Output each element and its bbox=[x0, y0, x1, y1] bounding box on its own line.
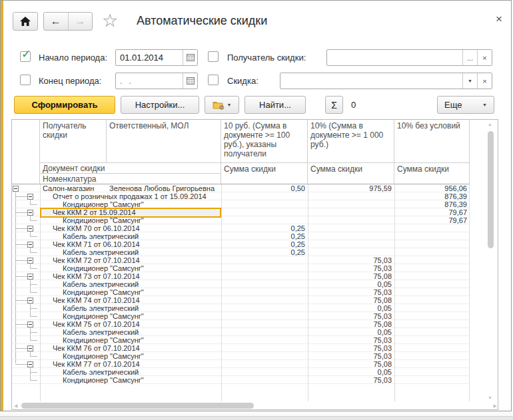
cell-10pct: 75,03 bbox=[308, 312, 394, 320]
collapse-icon[interactable] bbox=[27, 210, 33, 216]
vertical-scrollbar[interactable]: ▲ ▼ bbox=[486, 122, 496, 400]
tree-line bbox=[15, 228, 27, 229]
sum-value: 0 bbox=[351, 100, 356, 110]
row-label: Чек ККМ 76 от 07.10.2014 bbox=[53, 344, 221, 352]
cell-10rub: 0,25 bbox=[221, 248, 308, 256]
header-10pct[interactable]: 10% (Сумма в документе >= 1 000 руб.) bbox=[308, 120, 394, 163]
end-period-checkbox[interactable]: ✓ bbox=[20, 75, 31, 85]
calendar-icon[interactable] bbox=[183, 73, 197, 89]
generate-button[interactable]: Сформировать bbox=[14, 96, 115, 114]
collapse-icon[interactable] bbox=[27, 242, 33, 248]
tree-line bbox=[30, 220, 37, 221]
cell-10pct: 75,03 bbox=[308, 336, 394, 344]
table-row[interactable]: Чек ККМ 74 от 07.10.201475,08 bbox=[12, 296, 470, 304]
tree-line bbox=[30, 340, 37, 341]
horizontal-scrollbar-thumb[interactable] bbox=[21, 403, 254, 409]
end-period-input[interactable] bbox=[116, 73, 183, 89]
favorite-star-icon[interactable]: ☆ bbox=[102, 10, 118, 31]
table-row[interactable]: Кабель электрический0,05 bbox=[12, 368, 470, 376]
header-nomenclature[interactable]: Номенклатура bbox=[40, 174, 221, 184]
table-row[interactable]: Кондиционер "Самсунг"75,03 bbox=[12, 288, 470, 296]
table-row[interactable]: Чек ККМ 71 от 06.10.20140,25 bbox=[12, 240, 470, 248]
tree-line bbox=[30, 252, 37, 253]
recipient-input[interactable] bbox=[327, 50, 462, 65]
discount-field: ▼ × bbox=[280, 73, 492, 89]
back-button[interactable]: ← bbox=[44, 13, 69, 30]
settings-button[interactable]: Настройки... bbox=[121, 96, 199, 114]
horizontal-scrollbar[interactable]: ◀ ▶ bbox=[13, 401, 498, 410]
collapse-icon[interactable] bbox=[27, 345, 33, 351]
table-row[interactable]: Кабель электрический0,05 bbox=[12, 328, 470, 336]
choose-icon[interactable]: ... bbox=[462, 50, 477, 65]
table-row[interactable]: Кондиционер "Самсунг"79,67 bbox=[12, 216, 470, 224]
table-row[interactable]: Отчет о розничных продажах 1 от 15.09.20… bbox=[12, 192, 470, 200]
row-label: Чек ККМ 70 от 06.10.2014 bbox=[53, 224, 221, 232]
collapse-icon[interactable] bbox=[27, 226, 33, 232]
collapse-icon[interactable] bbox=[27, 274, 33, 280]
header-responsible[interactable]: Ответственный, МОЛ bbox=[107, 120, 221, 163]
tree-line bbox=[15, 360, 16, 363]
sum-button[interactable]: Σ bbox=[325, 96, 343, 114]
table-row[interactable]: Кондиционер "Самсунг"75,03 bbox=[12, 352, 470, 360]
table-row[interactable]: Чек ККМ 77 от 07.10.201475,08 bbox=[12, 360, 470, 368]
table-row[interactable]: Кабель электрический0,25 bbox=[12, 232, 470, 240]
collapse-icon[interactable] bbox=[27, 321, 33, 327]
start-period-input[interactable] bbox=[116, 50, 183, 65]
collapse-icon[interactable] bbox=[13, 186, 19, 192]
row-label: Кондиционер "Самсунг" bbox=[63, 264, 221, 272]
find-button[interactable]: Найти... bbox=[245, 96, 306, 114]
start-period-checkbox[interactable]: ✓ bbox=[20, 51, 31, 62]
scroll-up-icon[interactable]: ▲ bbox=[488, 122, 492, 126]
clear-icon[interactable]: × bbox=[477, 50, 492, 65]
table-row[interactable]: Чек ККМ 75 от 07.10.201475,08 bbox=[12, 320, 470, 328]
table-row[interactable]: Чек ККМ 70 от 06.10.20140,25 bbox=[12, 224, 470, 232]
scroll-right-icon[interactable]: ▶ bbox=[494, 403, 497, 409]
collapse-icon[interactable] bbox=[27, 194, 33, 200]
table-row[interactable]: Кабель электрический0,05 bbox=[12, 304, 470, 312]
vertical-scrollbar-thumb[interactable] bbox=[488, 131, 494, 248]
more-button[interactable]: Еще▼ bbox=[437, 96, 494, 114]
tree-line bbox=[15, 196, 27, 197]
row-label: Кабель электрический bbox=[63, 328, 221, 336]
calendar-icon[interactable] bbox=[183, 50, 197, 65]
table-row[interactable]: Чек ККМ 73 от 07.10.201475,08 bbox=[12, 272, 470, 280]
collapse-icon[interactable] bbox=[27, 258, 33, 264]
discount-label: Скидка: bbox=[227, 76, 258, 86]
header-recipient[interactable]: Получатель скидки bbox=[40, 120, 107, 163]
table-row[interactable]: Кондиционер "Самсунг"75,03 bbox=[12, 336, 470, 344]
table-row[interactable]: Кондиционер "Самсунг"75,03 bbox=[12, 312, 470, 320]
scroll-down-icon[interactable]: ▼ bbox=[488, 395, 492, 400]
row-label: Чек ККМ 71 от 06.10.2014 bbox=[53, 240, 221, 248]
close-icon[interactable]: × bbox=[491, 11, 507, 27]
table-row[interactable]: Кондиционер "Самсунг"75,03 bbox=[12, 264, 470, 272]
discount-checkbox[interactable]: ✓ bbox=[208, 75, 219, 85]
table-row[interactable]: Кабель электрический0,25 bbox=[12, 248, 470, 256]
header-10nocond[interactable]: 10% без условий bbox=[394, 120, 470, 163]
table-row[interactable]: Салон-магазинЗеленова Любовь Григорьевна… bbox=[12, 184, 470, 192]
forward-icon: → bbox=[75, 15, 85, 27]
table-row[interactable]: Кондиционер "Самсунг"75,03 bbox=[12, 376, 470, 384]
table-row[interactable]: Чек ККМ 72 от 07.10.201475,03 bbox=[12, 256, 470, 264]
table-row[interactable]: Кабель электрический0,05 bbox=[12, 280, 470, 288]
header-10rub[interactable]: 10 руб. (Сумма в документе >= 100 руб.),… bbox=[221, 120, 308, 163]
scroll-left-icon[interactable]: ◀ bbox=[14, 403, 17, 409]
recipient-checkbox[interactable]: ✓ bbox=[208, 51, 219, 62]
tree-line bbox=[15, 348, 27, 349]
row-label: Кондиционер "Самсунг" bbox=[63, 200, 221, 208]
header-document[interactable]: Документ скидки bbox=[40, 163, 221, 174]
report-variants-button[interactable]: ⚙ ▼ bbox=[205, 96, 239, 114]
home-button[interactable] bbox=[13, 12, 38, 31]
collapse-icon[interactable] bbox=[27, 298, 33, 304]
forward-button[interactable]: → bbox=[69, 13, 93, 30]
header-sum-10rub: Сумма скидки bbox=[221, 163, 308, 184]
table-row[interactable]: Чек ККМ 76 от 07.10.201475,03 bbox=[12, 344, 470, 352]
row-label: Кабель электрический bbox=[63, 232, 221, 240]
clear-icon[interactable]: × bbox=[477, 73, 492, 89]
discount-input[interactable] bbox=[280, 73, 462, 89]
cell-10nocond: 79,67 bbox=[394, 216, 470, 224]
dropdown-icon[interactable]: ▼ bbox=[462, 73, 477, 89]
table-row[interactable]: Кондиционер "Самсунг"876,39 bbox=[12, 200, 470, 208]
collapse-icon[interactable] bbox=[27, 361, 33, 367]
start-period-label: Начало периода: bbox=[39, 53, 107, 63]
table-row[interactable]: Чек ККМ 2 от 15.09.201479,67 bbox=[12, 208, 470, 216]
